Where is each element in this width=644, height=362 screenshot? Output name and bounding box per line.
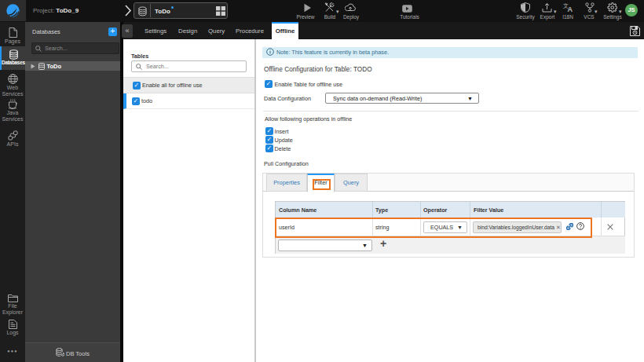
svg-text:A: A [568, 5, 573, 13]
